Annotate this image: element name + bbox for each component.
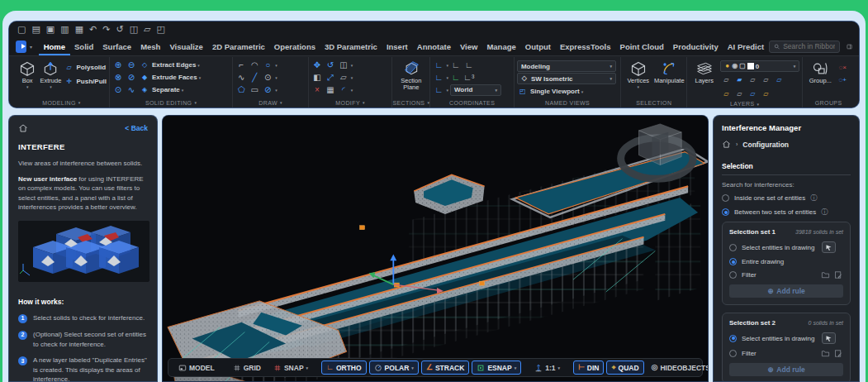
hideobjects-button[interactable]: ◎ HIDEOBJECTS▾ xyxy=(647,361,709,375)
app-menu-button[interactable] xyxy=(16,41,26,53)
quad-button[interactable]: ⌖ QUAD xyxy=(606,361,643,375)
panel-label-layers[interactable]: LAYERS▾ xyxy=(690,100,799,107)
box-button[interactable]: Box▾ xyxy=(17,59,38,90)
scale-entity-icon[interactable]: ⤢ xyxy=(325,72,336,83)
app-menu-chevron-icon[interactable]: ▾ xyxy=(30,44,32,50)
mirror-icon[interactable]: ◧ xyxy=(311,72,323,83)
breadcrumb-home-icon[interactable] xyxy=(722,140,731,149)
panel-label-modify[interactable]: MODIFY▾ xyxy=(311,98,390,107)
layer-new-icon[interactable]: ▱ xyxy=(773,74,785,85)
extrude-faces-button[interactable]: Extrude Faces xyxy=(152,74,197,81)
intersect-icon[interactable]: ⊗ xyxy=(112,72,124,83)
layer-set-current-icon[interactable]: ▰ xyxy=(733,74,745,85)
save-icon[interactable]: ▣ xyxy=(46,25,55,34)
tab-home[interactable]: Home xyxy=(39,37,69,55)
set1-select-entities-radio[interactable] xyxy=(729,244,737,251)
move-icon[interactable]: ✥ xyxy=(311,60,323,70)
paste-icon[interactable]: ▱ xyxy=(144,25,150,34)
export-icon[interactable]: ◰ xyxy=(157,25,165,34)
tab-solid[interactable]: Solid xyxy=(70,37,98,55)
interfere-icon[interactable]: ⊙ xyxy=(112,84,124,95)
back-link[interactable]: < Back xyxy=(125,123,148,133)
tab-point-cloud[interactable]: Point Cloud xyxy=(615,37,668,55)
layer-states-icon[interactable]: ▱ xyxy=(747,88,758,99)
set1-pick-entities-button[interactable] xyxy=(822,241,836,253)
tab-view[interactable]: View xyxy=(455,37,481,55)
circle-icon[interactable]: ○ xyxy=(262,60,273,70)
annotation-scale-button[interactable]: 1:1▾ xyxy=(529,361,565,375)
ucs-world-icon[interactable]: ∟ xyxy=(433,84,444,95)
set1-entire-drawing-option[interactable]: Entire drawing xyxy=(729,258,843,265)
set1-filter-option[interactable]: Filter xyxy=(729,270,843,279)
drawing-viewport[interactable]: MODEL GRID SNAP▾ ∟ ORTHO PO xyxy=(162,115,709,382)
pushpull-button[interactable]: ✛Push/Pull xyxy=(64,75,107,88)
arc-icon[interactable]: ◠ xyxy=(249,60,260,70)
ucs-origin-icon[interactable]: ∟ xyxy=(450,72,462,83)
layer-off-icon[interactable]: ▱ xyxy=(760,74,771,85)
extract-edges-button[interactable]: Extract Edges xyxy=(152,61,196,69)
between-two-sets-radio[interactable] xyxy=(722,208,729,216)
tab-ai-predict[interactable]: AI Predict xyxy=(723,37,768,55)
undo-icon[interactable]: ↶ xyxy=(89,25,97,34)
set1-filter-radio[interactable] xyxy=(729,271,737,279)
group-button[interactable]: Group... xyxy=(805,59,835,84)
ungroup-icon[interactable]: ◌× xyxy=(837,62,848,73)
ucs-icon[interactable]: ∟ xyxy=(433,60,444,70)
rectangle-icon[interactable]: ▭ xyxy=(249,84,260,95)
layers-button[interactable]: Layers xyxy=(690,59,719,84)
view-direction-dropdown[interactable]: ◇ SW Isometric▾ xyxy=(517,73,616,84)
fillet-icon[interactable]: ◜ xyxy=(338,84,349,95)
set2-edit-filter-icon[interactable] xyxy=(834,349,843,358)
polar-button[interactable]: POLAR▾ xyxy=(369,361,419,375)
ucs-view-icon[interactable]: ∟ xyxy=(463,60,475,70)
new-drawing-icon[interactable]: ▢ xyxy=(17,25,26,34)
viewport-config-button[interactable]: ◰ Single Viewport▾ xyxy=(517,85,583,98)
din-button[interactable]: ⊢ DIN xyxy=(573,361,604,375)
tab-visualize[interactable]: Visualize xyxy=(165,37,208,55)
option-inside-one-set[interactable]: Inside one set of entities ⓘ xyxy=(722,193,851,203)
set1-load-filter-icon[interactable] xyxy=(821,270,830,279)
set2-load-filter-icon[interactable] xyxy=(821,349,830,358)
grid-button[interactable]: GRID xyxy=(228,361,266,375)
tab-surface[interactable]: Surface xyxy=(98,37,136,55)
polysolid-button[interactable]: ▱Polysolid xyxy=(64,61,107,74)
tab-mesh[interactable]: Mesh xyxy=(136,37,165,55)
redo-icon[interactable]: ↷ xyxy=(102,25,110,34)
layer-lock2-icon[interactable]: ▱ xyxy=(760,88,771,99)
tab-3d-parametric[interactable]: 3D Parametric xyxy=(320,37,382,55)
model-button[interactable]: MODEL xyxy=(173,361,220,375)
group-edit-icon[interactable]: ◌+ xyxy=(837,74,848,85)
ucs-z-axis-icon[interactable]: ∟³ xyxy=(463,72,475,83)
plot-icon[interactable]: ▦ xyxy=(75,25,83,34)
twist-icon[interactable]: ∿ xyxy=(126,84,137,95)
layer-dropdown[interactable]: ● ◉ ▢ 0▾ xyxy=(720,60,799,72)
layer-thaw-icon[interactable]: ▱ xyxy=(720,88,732,99)
section-plane-button[interactable]: Section Plane xyxy=(396,59,426,92)
set1-entire-drawing-radio[interactable] xyxy=(729,258,737,265)
set2-pick-entities-button[interactable] xyxy=(822,332,836,344)
polygon-icon[interactable]: ⬠ xyxy=(235,84,247,95)
inside-one-set-radio[interactable] xyxy=(722,194,729,202)
layer-isolate-icon[interactable]: ▱ xyxy=(720,74,732,85)
panel-label-solid-editing[interactable]: SOLID EDITING▾ xyxy=(112,98,230,107)
view-mode-dropdown[interactable]: Modeling▾ xyxy=(517,60,616,72)
esnap-button[interactable]: ESNAP▾ xyxy=(472,361,521,375)
set2-filter-radio[interactable] xyxy=(729,350,737,357)
ellipse-icon[interactable]: ⊙ xyxy=(262,72,273,83)
set2-add-rule-button[interactable]: ⊕ Add rule xyxy=(729,363,843,376)
union-icon[interactable]: ⊕ xyxy=(112,60,124,70)
erase-icon[interactable]: × xyxy=(311,84,323,95)
regen-icon[interactable]: ↺ xyxy=(116,25,123,34)
ribbon-panel-toggle-icon[interactable] xyxy=(847,41,852,52)
tab-expresstools[interactable]: ExpressTools xyxy=(555,37,615,55)
subtract-icon[interactable]: ⊖ xyxy=(126,60,137,70)
tab-productivity[interactable]: Productivity xyxy=(668,37,723,55)
ucs-previous-icon[interactable]: ∟ xyxy=(433,72,444,83)
set1-add-rule-button[interactable]: ⊕ Add rule xyxy=(729,284,843,298)
offset-icon[interactable]: ▱ xyxy=(338,72,349,83)
set2-select-entities-option[interactable]: Select entities in drawing xyxy=(729,332,843,344)
ucs-face-icon[interactable]: ∟ xyxy=(450,60,462,70)
help-home-icon[interactable] xyxy=(18,123,28,133)
manipulate-button[interactable]: Manipulate xyxy=(654,59,684,84)
ucs-dropdown[interactable]: World▾ xyxy=(450,84,501,96)
